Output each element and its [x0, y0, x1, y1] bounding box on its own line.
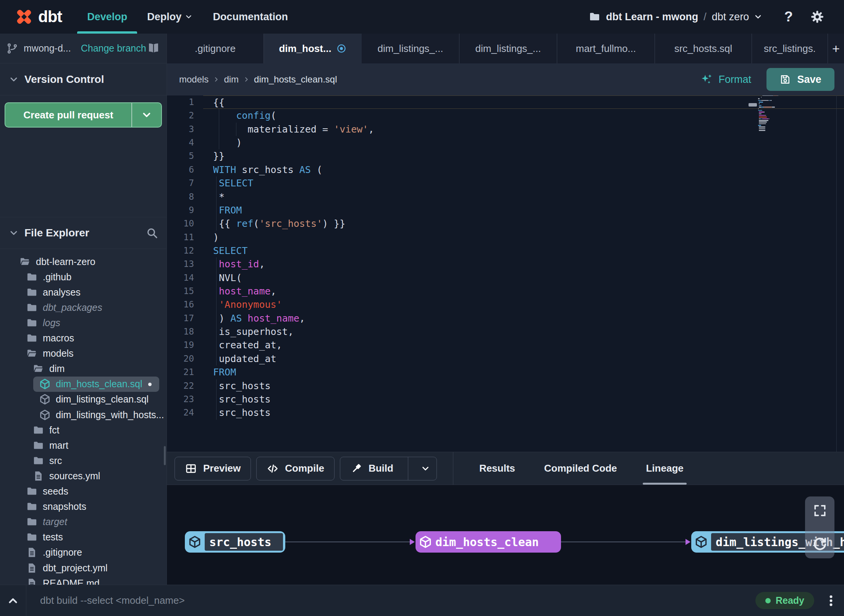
code-line-6[interactable]: 6WITH src_hosts AS ( [167, 163, 844, 176]
code-line-9[interactable]: 9 FROM [167, 204, 844, 217]
build-options-dropdown[interactable] [414, 464, 437, 474]
fullscreen-icon[interactable] [813, 503, 827, 518]
tree-item-seeds[interactable]: seeds [0, 484, 167, 499]
code-line-12[interactable]: 12SELECT [167, 244, 844, 257]
editor-tab-src-listings[interactable]: src_listings. [752, 34, 828, 63]
code-token: src_hosts [213, 380, 271, 391]
project-selector[interactable]: dbt Learn - mwong / dbt zero [589, 11, 763, 23]
tree-item-tests[interactable]: tests [0, 530, 167, 545]
refresh-icon[interactable] [812, 536, 828, 552]
tree-item-mart[interactable]: mart [0, 438, 167, 453]
save-button[interactable]: Save [766, 68, 834, 91]
line-content: {{ [203, 95, 844, 109]
pr-options-dropdown[interactable] [132, 103, 161, 127]
code-line-16[interactable]: 16 'Anonymous' [167, 298, 844, 311]
code-line-3[interactable]: 3 materialized = 'view', [167, 123, 844, 136]
version-control-header[interactable]: Version Control [0, 63, 167, 95]
lineage-canvas[interactable]: src_hostsdim_hosts_cleandim_listings_wit… [167, 485, 844, 585]
code-line-2[interactable]: 2 config( [167, 109, 844, 122]
tree-item-github[interactable]: .github [0, 269, 167, 285]
help-button[interactable]: ? [784, 9, 793, 25]
tab-compiled-code[interactable]: Compiled Code [530, 452, 632, 485]
tree-item-dbt-project-yml[interactable]: dbt_project.yml [0, 560, 167, 576]
editor-tab-src-hosts-sql[interactable]: src_hosts.sql [655, 34, 752, 63]
tree-item-logs[interactable]: logs [0, 315, 167, 330]
node-label: src_hosts [205, 533, 283, 551]
code-line-24[interactable]: 24 src_hosts [167, 406, 844, 419]
tree-item-analyses[interactable]: analyses [0, 285, 167, 300]
create-pull-request-button[interactable]: Create pull request [5, 102, 162, 128]
search-icon[interactable] [146, 227, 158, 239]
breadcrumb-models[interactable]: models [179, 74, 209, 85]
line-number: 16 [167, 298, 194, 311]
file-explorer-header[interactable]: File Explorer [0, 217, 167, 249]
nav-item-develop[interactable]: Develop [87, 0, 127, 34]
tab-lineage[interactable]: Lineage [631, 452, 698, 485]
tab-results[interactable]: Results [465, 452, 530, 485]
editor-tab-mart-fullmo[interactable]: mart_fullmo... [557, 34, 655, 63]
editor-tab-dim-listings[interactable]: dim_listings_... [459, 34, 557, 63]
code-line-11[interactable]: 11) [167, 231, 844, 244]
code-line-22[interactable]: 22 src_hosts [167, 379, 844, 393]
command-panel-toggle[interactable] [0, 594, 26, 607]
tree-item-gitignore[interactable]: .gitignore [0, 545, 167, 560]
sidebar-scrollbar[interactable] [164, 446, 166, 465]
code-line-8[interactable]: 8 * [167, 190, 844, 204]
code-editor[interactable]: 1{{2 config(3 materialized = 'view',4 )5… [167, 95, 844, 452]
code-line-14[interactable]: 14 NVL( [167, 271, 844, 285]
tree-item-dbt-learn-zero[interactable]: dbt-learn-zero [0, 254, 167, 269]
lineage-node-src-hosts[interactable]: src_hosts [185, 531, 285, 553]
tree-item-models[interactable]: models [0, 346, 167, 361]
docs-book-icon[interactable] [147, 42, 160, 55]
code-line-20[interactable]: 20 updated_at [167, 352, 844, 365]
code-line-19[interactable]: 19 created_at, [167, 338, 844, 352]
format-button[interactable]: Format [700, 73, 751, 86]
code-line-18[interactable]: 18 is_superhost, [167, 325, 844, 338]
indent-guide [216, 312, 217, 325]
line-number: 17 [167, 312, 194, 325]
tree-item-readme-md[interactable]: README.md [0, 576, 167, 585]
code-line-23[interactable]: 23 src_hosts [167, 393, 844, 406]
dbt-logo[interactable]: dbt [14, 6, 62, 27]
tree-item-dim-hosts-clean-sql[interactable]: dim_hosts_clean.sql [0, 377, 167, 392]
code-line-10[interactable]: 10 {{ ref('src_hosts') }} [167, 217, 844, 230]
new-tab-button[interactable]: + [828, 34, 844, 63]
preview-button[interactable]: Preview [175, 457, 251, 480]
change-branch-link[interactable]: Change branch [81, 43, 146, 54]
save-floppy-icon [779, 74, 791, 85]
tree-item-src[interactable]: src [0, 453, 167, 468]
nav-item-documentation[interactable]: Documentation [213, 0, 288, 34]
code-line-21[interactable]: 21FROM [167, 365, 844, 379]
editor-tab-gitignore[interactable]: .gitignore [167, 34, 264, 63]
tree-item-sources-yml[interactable]: sources.yml [0, 468, 167, 483]
code-line-1[interactable]: 1{{ [167, 95, 844, 109]
code-line-17[interactable]: 17 ) AS host_name, [167, 312, 844, 325]
code-token: , [259, 259, 265, 270]
code-line-7[interactable]: 7 SELECT [167, 176, 844, 190]
command-input[interactable]: dbt build --select <model_name> [40, 595, 185, 606]
breadcrumb-dim[interactable]: dim [224, 74, 239, 85]
nav-item-deploy[interactable]: Deploy [147, 0, 193, 34]
lineage-node-dim-hosts-clean[interactable]: dim_hosts_clean [416, 531, 561, 553]
tree-item-macros[interactable]: macros [0, 331, 167, 346]
tree-item-fct[interactable]: fct [0, 422, 167, 438]
tree-item-snapshots[interactable]: snapshots [0, 499, 167, 514]
build-button[interactable]: Build [340, 457, 437, 480]
code-line-13[interactable]: 13 host_id, [167, 257, 844, 271]
project-separator: / [703, 11, 707, 23]
compile-button[interactable]: Compile [256, 457, 335, 480]
settings-gear-icon[interactable] [810, 9, 825, 24]
code-line-15[interactable]: 15 host_name, [167, 285, 844, 298]
tree-item-dim[interactable]: dim [0, 361, 167, 377]
tree-item-dim-listings-with-hosts[interactable]: dim_listings_with_hosts... [0, 407, 167, 422]
editor-tab-dim-listings[interactable]: dim_listings_... [362, 34, 459, 63]
tree-item-dbt-packages[interactable]: dbt_packages [0, 300, 167, 315]
editor-tab-dim-host[interactable]: dim_host... [264, 34, 362, 63]
code-line-5[interactable]: 5}} [167, 149, 844, 163]
minimap[interactable] [758, 95, 783, 175]
code-line-4[interactable]: 4 ) [167, 136, 844, 149]
tree-item-dim-listings-clean-sql[interactable]: dim_listings_clean.sql [0, 392, 167, 407]
model-cube-icon [39, 393, 51, 405]
kebab-menu-icon[interactable] [824, 594, 838, 608]
tree-item-target[interactable]: target [0, 514, 167, 530]
